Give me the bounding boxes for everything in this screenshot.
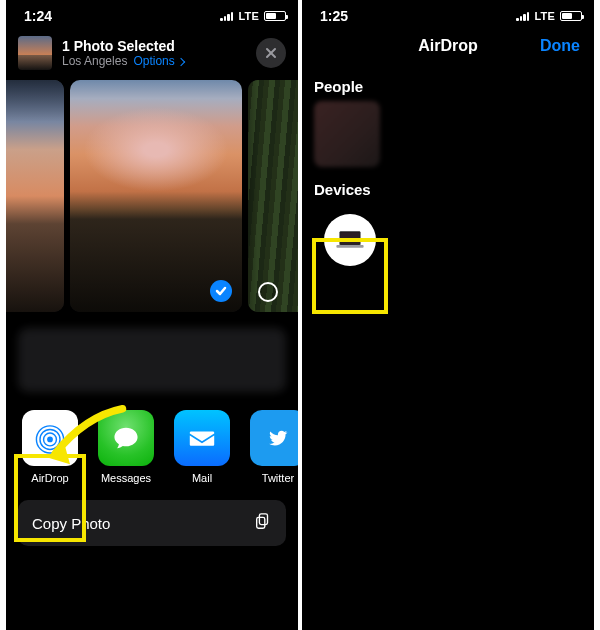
messages-icon bbox=[98, 410, 154, 466]
close-button[interactable] bbox=[256, 38, 286, 68]
network-label: LTE bbox=[238, 10, 259, 22]
action-label: Copy Photo bbox=[32, 515, 110, 532]
nav-title: AirDrop bbox=[418, 37, 478, 55]
svg-point-2 bbox=[47, 437, 53, 443]
signal-icon bbox=[516, 11, 529, 21]
battery-icon bbox=[560, 11, 582, 21]
status-bar: 1:24 LTE bbox=[6, 0, 298, 28]
mail-share-button[interactable]: Mail bbox=[174, 410, 230, 484]
svg-rect-9 bbox=[341, 232, 360, 244]
battery-icon bbox=[264, 11, 286, 21]
close-icon bbox=[265, 47, 277, 59]
header-location: Los Angeles bbox=[62, 54, 127, 68]
people-target[interactable] bbox=[314, 101, 380, 167]
photo-strip[interactable] bbox=[6, 80, 298, 312]
options-link[interactable]: Options bbox=[133, 54, 183, 68]
device-avatar bbox=[324, 214, 376, 266]
app-label: AirDrop bbox=[22, 472, 78, 484]
svg-rect-6 bbox=[259, 514, 267, 525]
airdrop-share-button[interactable]: AirDrop bbox=[22, 410, 78, 484]
mail-icon bbox=[174, 410, 230, 466]
selection-circle-icon[interactable] bbox=[258, 282, 278, 302]
photo-thumbnail[interactable] bbox=[248, 80, 298, 312]
app-label: Messages bbox=[98, 472, 154, 484]
signal-icon bbox=[220, 11, 233, 21]
app-label: Twitter bbox=[250, 472, 298, 484]
airdrop-screen: 1:25 LTE AirDrop Done People Devices bbox=[302, 0, 594, 630]
copy-icon bbox=[254, 512, 272, 534]
navbar: AirDrop Done bbox=[302, 28, 594, 64]
status-right: LTE bbox=[220, 10, 286, 22]
header-title: 1 Photo Selected bbox=[62, 38, 246, 54]
share-sheet-screen: 1:24 LTE 1 Photo Selected Los Angeles Op… bbox=[6, 0, 298, 630]
contact-suggestions-row[interactable] bbox=[18, 328, 286, 392]
device-target[interactable] bbox=[314, 204, 386, 276]
status-time: 1:24 bbox=[24, 8, 52, 24]
app-label: Mail bbox=[174, 472, 230, 484]
share-header: 1 Photo Selected Los Angeles Options bbox=[6, 28, 298, 80]
section-people-title: People bbox=[314, 78, 594, 95]
messages-share-button[interactable]: Messages bbox=[98, 410, 154, 484]
selection-check-icon[interactable] bbox=[210, 280, 232, 302]
svg-rect-10 bbox=[336, 245, 363, 248]
status-time: 1:25 bbox=[320, 8, 348, 24]
section-devices-title: Devices bbox=[314, 181, 594, 198]
done-button[interactable]: Done bbox=[540, 37, 580, 55]
macbook-icon bbox=[333, 228, 367, 252]
copy-photo-row[interactable]: Copy Photo bbox=[18, 500, 286, 546]
twitter-icon bbox=[250, 410, 298, 466]
photo-thumbnail[interactable] bbox=[6, 80, 64, 312]
network-label: LTE bbox=[534, 10, 555, 22]
status-right: LTE bbox=[516, 10, 582, 22]
twitter-share-button[interactable]: Twitter bbox=[250, 410, 298, 484]
photo-thumbnail-selected[interactable] bbox=[70, 80, 242, 312]
status-bar: 1:25 LTE bbox=[302, 0, 594, 28]
airdrop-icon bbox=[22, 410, 78, 466]
svg-rect-7 bbox=[257, 517, 265, 528]
header-thumbnail bbox=[18, 36, 52, 70]
share-apps-row[interactable]: AirDrop Messages Mail Twitter bbox=[6, 392, 298, 484]
chevron-right-icon bbox=[177, 54, 184, 68]
